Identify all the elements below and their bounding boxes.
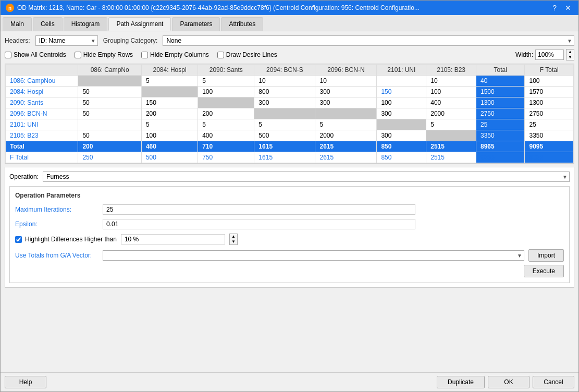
cell-5-4[interactable]: 2000 xyxy=(315,130,377,141)
total-1[interactable]: 460 xyxy=(141,141,198,152)
cell-1-1[interactable] xyxy=(141,87,198,97)
cell-5-2[interactable]: 400 xyxy=(198,130,254,141)
cell-3-2[interactable]: 200 xyxy=(198,108,254,119)
cell-4-0[interactable] xyxy=(78,119,142,130)
ftotal-ftotal[interactable]: 9095 xyxy=(525,152,574,163)
ok-button[interactable]: OK xyxy=(488,376,529,388)
cell-4-total[interactable]: 25 xyxy=(476,119,525,130)
width-up-arrow[interactable]: ▲ xyxy=(566,50,574,55)
help-button[interactable]: Help xyxy=(5,376,46,388)
operation-select[interactable]: Furness xyxy=(43,172,570,182)
cell-5-total[interactable]: 3350 xyxy=(476,130,525,141)
total-3[interactable]: 1615 xyxy=(254,141,315,152)
cell-5-3[interactable]: 500 xyxy=(254,130,315,141)
tab-path-assignment[interactable]: Path Assignment xyxy=(108,17,171,31)
cell-2-total[interactable]: 1300 xyxy=(476,97,525,108)
hide-empty-rows-checkbox[interactable] xyxy=(75,52,81,58)
epsilon-input[interactable] xyxy=(103,219,415,229)
cell-1-5[interactable]: 150 xyxy=(377,87,426,97)
cell-3-3[interactable] xyxy=(254,108,315,119)
cell-2-4[interactable]: 300 xyxy=(315,97,377,108)
show-all-centroids-checkbox[interactable] xyxy=(5,52,11,58)
tab-histogram[interactable]: Histogram xyxy=(64,17,108,31)
close-icon[interactable]: ✕ xyxy=(563,4,573,12)
cell-4-ftotal[interactable]: 25 xyxy=(525,119,574,130)
cell-3-0[interactable]: 50 xyxy=(78,108,142,119)
cell-4-2[interactable]: 5 xyxy=(198,119,254,130)
cell-0-total[interactable]: 40 xyxy=(476,76,525,87)
cell-3-1[interactable]: 200 xyxy=(141,108,198,119)
cell-0-1[interactable]: 5 xyxy=(141,76,198,87)
ftotal-6[interactable]: 2515 xyxy=(426,152,476,163)
ftotal-2[interactable]: 750 xyxy=(198,152,254,163)
cell-1-total[interactable]: 1500 xyxy=(476,87,525,97)
cell-5-ftotal[interactable]: 3350 xyxy=(525,130,574,141)
width-input[interactable] xyxy=(535,50,564,60)
grouping-select[interactable]: None xyxy=(163,35,574,46)
ftotal-total[interactable]: 9095 xyxy=(476,152,525,163)
cell-5-1[interactable]: 100 xyxy=(141,130,198,141)
ftotal-0[interactable]: 250 xyxy=(78,152,142,163)
cell-3-4[interactable] xyxy=(315,108,377,119)
headers-select[interactable]: ID: Name xyxy=(35,35,98,46)
total-ftotal[interactable]: 9095 xyxy=(525,141,574,152)
import-button[interactable]: Import xyxy=(528,249,564,262)
tab-attributes[interactable]: Attributes xyxy=(221,17,263,31)
cell-0-4[interactable]: 10 xyxy=(315,76,377,87)
tab-parameters[interactable]: Parameters xyxy=(172,17,220,31)
cell-3-6[interactable]: 2000 xyxy=(426,108,476,119)
cell-2-5[interactable]: 100 xyxy=(377,97,426,108)
cell-3-total[interactable]: 2750 xyxy=(476,108,525,119)
total-total[interactable]: 8965 xyxy=(476,141,525,152)
cell-4-4[interactable]: 5 xyxy=(315,119,377,130)
ftotal-4[interactable]: 2615 xyxy=(315,152,377,163)
cell-0-ftotal[interactable]: 100 xyxy=(525,76,574,87)
cancel-button[interactable]: Cancel xyxy=(533,376,574,388)
cell-5-6[interactable] xyxy=(426,130,476,141)
cell-3-ftotal[interactable]: 2750 xyxy=(525,108,574,119)
total-0[interactable]: 200 xyxy=(78,141,142,152)
total-4[interactable]: 2615 xyxy=(315,141,377,152)
cell-2-2[interactable] xyxy=(198,97,254,108)
tab-main[interactable]: Main xyxy=(3,17,32,31)
duplicate-button[interactable]: Duplicate xyxy=(437,376,485,388)
cell-4-1[interactable]: 5 xyxy=(141,119,198,130)
cell-1-3[interactable]: 800 xyxy=(254,87,315,97)
tab-cells[interactable]: Cells xyxy=(33,17,63,31)
cell-3-5[interactable]: 300 xyxy=(377,108,426,119)
cell-4-5[interactable] xyxy=(377,119,426,130)
cell-1-ftotal[interactable]: 1570 xyxy=(525,87,574,97)
total-2[interactable]: 710 xyxy=(198,141,254,152)
ftotal-3[interactable]: 1615 xyxy=(254,152,315,163)
highlight-up-arrow[interactable]: ▲ xyxy=(230,234,237,239)
highlight-checkbox[interactable] xyxy=(15,236,22,243)
cell-2-1[interactable]: 150 xyxy=(141,97,198,108)
hide-empty-columns-checkbox[interactable] xyxy=(141,52,148,58)
totals-select[interactable] xyxy=(103,250,524,261)
cell-1-6[interactable]: 100 xyxy=(426,87,476,97)
cell-0-6[interactable]: 10 xyxy=(426,76,476,87)
total-5[interactable]: 850 xyxy=(377,141,426,152)
cell-0-2[interactable]: 5 xyxy=(198,76,254,87)
highlight-value-input[interactable] xyxy=(121,234,225,244)
highlight-down-arrow[interactable]: ▼ xyxy=(230,239,237,244)
ftotal-1[interactable]: 500 xyxy=(141,152,198,163)
ftotal-5[interactable]: 850 xyxy=(377,152,426,163)
draw-desire-lines-checkbox[interactable] xyxy=(217,52,224,58)
cell-0-3[interactable]: 10 xyxy=(254,76,315,87)
cell-0-5[interactable] xyxy=(377,76,426,87)
cell-1-2[interactable]: 100 xyxy=(198,87,254,97)
cell-5-5[interactable]: 300 xyxy=(377,130,426,141)
width-down-arrow[interactable]: ▼ xyxy=(566,55,574,60)
cell-1-4[interactable]: 300 xyxy=(315,87,377,97)
cell-4-3[interactable]: 5 xyxy=(254,119,315,130)
cell-5-0[interactable]: 50 xyxy=(78,130,142,141)
execute-button[interactable]: Execute xyxy=(524,265,564,277)
total-6[interactable]: 2515 xyxy=(426,141,476,152)
cell-2-0[interactable]: 50 xyxy=(78,97,142,108)
cell-4-6[interactable]: 5 xyxy=(426,119,476,130)
max-iterations-input[interactable] xyxy=(103,204,415,215)
help-icon-title[interactable]: ? xyxy=(550,4,559,12)
cell-2-6[interactable]: 400 xyxy=(426,97,476,108)
cell-1-0[interactable]: 50 xyxy=(78,87,142,97)
